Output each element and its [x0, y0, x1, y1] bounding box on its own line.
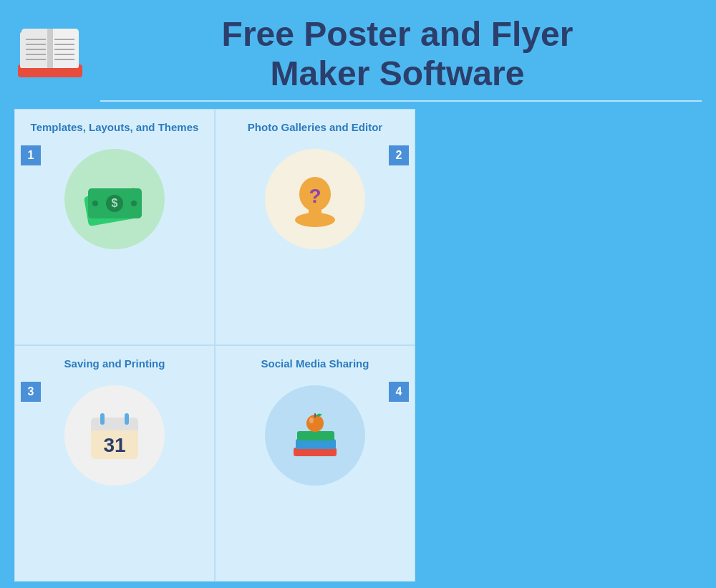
svg-text:$: $	[112, 197, 118, 209]
svg-rect-1	[47, 29, 53, 68]
svg-rect-25	[100, 413, 105, 425]
cell-1-number: 1	[21, 145, 41, 165]
cell-3-number: 3	[21, 382, 41, 402]
money-icon-circle: $	[64, 149, 165, 249]
cell-2-number: 2	[389, 145, 409, 165]
main-title: Free Poster and Flyer Maker Software	[100, 14, 695, 93]
calendar-icon-circle: 31	[64, 385, 165, 486]
grid-cell-1: Templates, Layouts, and Themes 1 $	[14, 109, 215, 345]
header-divider	[100, 100, 702, 102]
svg-rect-29	[296, 439, 336, 449]
books-icon-circle	[265, 385, 365, 486]
grid-cell-3: Saving and Printing 3 31	[14, 345, 215, 582]
svg-text:31: 31	[103, 434, 125, 456]
cell-4-label: Social Media Sharing	[226, 357, 404, 371]
book-icon	[14, 21, 86, 86]
grid-cell-4: Social Media Sharing 4	[215, 345, 415, 582]
svg-rect-26	[125, 413, 129, 425]
svg-text:?: ?	[309, 185, 321, 207]
header: Free Poster and Flyer Maker Software	[0, 0, 716, 100]
svg-rect-24	[91, 425, 138, 430]
cell-3-label: Saving and Printing	[26, 357, 203, 371]
svg-point-17	[131, 201, 137, 206]
svg-rect-30	[297, 431, 334, 440]
cell-2-label: Photo Galleries and Editor	[226, 120, 404, 135]
cell-1-label: Templates, Layouts, and Themes	[26, 120, 203, 135]
question-icon-circle: ?	[265, 149, 365, 249]
svg-point-33	[309, 418, 314, 423]
feature-grid: Templates, Layouts, and Themes 1 $ Photo…	[14, 109, 702, 582]
grid-cell-2: Photo Galleries and Editor 2 ?	[215, 109, 415, 345]
svg-point-16	[92, 201, 98, 206]
svg-point-20	[295, 213, 335, 227]
svg-rect-32	[314, 413, 316, 418]
cell-4-number: 4	[389, 382, 409, 402]
